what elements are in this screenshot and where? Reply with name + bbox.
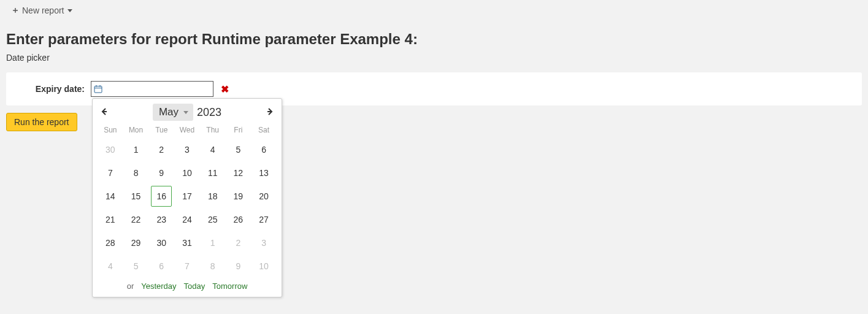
chevron-down-icon xyxy=(67,9,72,12)
month-label: May xyxy=(159,106,179,118)
calendar-day[interactable]: 3 xyxy=(174,138,200,161)
calendar-day[interactable]: 4 xyxy=(98,255,123,278)
day-of-week-header: Sat xyxy=(251,123,277,138)
calendar-day[interactable]: 10 xyxy=(174,161,200,185)
next-month-button[interactable] xyxy=(263,106,277,119)
day-of-week-header: Thu xyxy=(200,123,226,138)
calendar-day[interactable]: 23 xyxy=(148,208,174,231)
calendar-day[interactable]: 13 xyxy=(251,161,277,185)
calendar-day[interactable]: 1 xyxy=(123,138,149,161)
or-label: or xyxy=(127,281,134,291)
calendar-day[interactable]: 19 xyxy=(226,185,252,208)
calendar-day[interactable]: 18 xyxy=(200,185,226,208)
expiry-date-label: Expiry date: xyxy=(17,84,85,94)
calendar-day[interactable]: 15 xyxy=(123,185,149,208)
page-title: Enter parameters for report Runtime para… xyxy=(6,31,862,48)
calendar-day[interactable]: 31 xyxy=(174,231,200,255)
calendar-day[interactable]: 7 xyxy=(174,255,200,278)
calendar-day[interactable]: 4 xyxy=(200,138,226,161)
calendar-day[interactable]: 16 xyxy=(148,185,174,208)
calendar-day[interactable]: 20 xyxy=(251,185,277,208)
prev-month-button[interactable] xyxy=(98,106,111,119)
new-report-dropdown[interactable]: ＋ New report xyxy=(11,5,72,16)
today-link[interactable]: Today xyxy=(184,281,205,291)
calendar-day[interactable]: 29 xyxy=(123,231,149,255)
yesterday-link[interactable]: Yesterday xyxy=(141,281,176,291)
calendar-day[interactable]: 5 xyxy=(123,255,149,278)
calendar-day[interactable]: 2 xyxy=(148,138,174,161)
day-of-week-header: Fri xyxy=(226,123,252,138)
calendar-day[interactable]: 10 xyxy=(251,255,277,278)
day-of-week-header: Tue xyxy=(148,123,174,138)
day-of-week-header: Wed xyxy=(174,123,200,138)
calendar-day[interactable]: 17 xyxy=(174,185,200,208)
calendar-day[interactable]: 6 xyxy=(251,138,277,161)
month-select[interactable]: May xyxy=(153,104,193,121)
svg-rect-0 xyxy=(94,86,102,93)
calendar-day[interactable]: 30 xyxy=(98,138,123,161)
expiry-date-input[interactable] xyxy=(102,82,210,96)
new-report-label: New report xyxy=(22,6,64,15)
calendar-grid: SunMonTueWedThuFriSat 301234567891011121… xyxy=(98,123,277,278)
calendar-day[interactable]: 14 xyxy=(98,185,123,208)
calendar-day[interactable]: 28 xyxy=(98,231,123,255)
calendar-day[interactable]: 6 xyxy=(148,255,174,278)
calendar-day[interactable]: 8 xyxy=(123,161,149,185)
calendar-day[interactable]: 1 xyxy=(200,231,226,255)
run-report-button[interactable]: Run the report xyxy=(6,113,77,131)
calendar-day[interactable]: 12 xyxy=(226,161,252,185)
calendar-day[interactable]: 26 xyxy=(226,208,252,231)
calendar-day[interactable]: 8 xyxy=(200,255,226,278)
arrow-left-icon xyxy=(100,107,109,116)
chevron-down-icon xyxy=(183,111,188,114)
page-subtitle: Date picker xyxy=(6,53,862,63)
calendar-day[interactable]: 27 xyxy=(251,208,277,231)
calendar-day[interactable]: 9 xyxy=(226,255,252,278)
calendar-day[interactable]: 21 xyxy=(98,208,123,231)
calendar-day[interactable]: 30 xyxy=(148,231,174,255)
arrow-right-icon xyxy=(266,107,274,116)
calendar-day[interactable]: 22 xyxy=(123,208,149,231)
calendar-icon xyxy=(94,85,102,93)
parameters-panel: Expiry date: ✖ May 2023 xyxy=(6,72,862,105)
calendar-day[interactable]: 5 xyxy=(226,138,252,161)
plus-icon: ＋ xyxy=(11,5,20,16)
tomorrow-link[interactable]: Tomorrow xyxy=(212,281,247,291)
day-of-week-header: Mon xyxy=(123,123,149,138)
day-of-week-header: Sun xyxy=(98,123,123,138)
calendar-day[interactable]: 11 xyxy=(200,161,226,185)
date-picker-popup: May 2023 SunMonTueWedThuFriSat 301234567… xyxy=(92,98,282,297)
calendar-day[interactable]: 24 xyxy=(174,208,200,231)
calendar-day[interactable]: 25 xyxy=(200,208,226,231)
calendar-day[interactable]: 3 xyxy=(251,231,277,255)
clear-date-button[interactable]: ✖ xyxy=(221,83,229,95)
calendar-day[interactable]: 2 xyxy=(226,231,252,255)
year-label[interactable]: 2023 xyxy=(197,106,221,119)
calendar-day[interactable]: 9 xyxy=(148,161,174,185)
expiry-date-field[interactable] xyxy=(91,81,213,97)
calendar-day[interactable]: 7 xyxy=(98,161,123,185)
